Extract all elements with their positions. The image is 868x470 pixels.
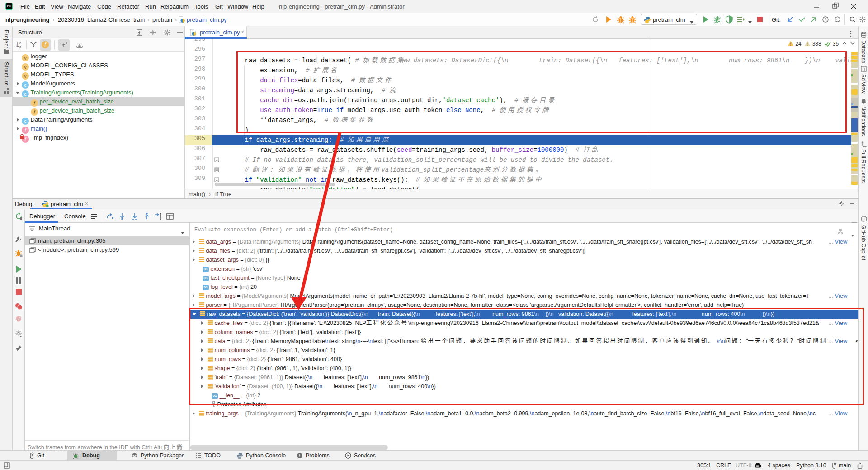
svg-text:z: z [19,45,21,49]
